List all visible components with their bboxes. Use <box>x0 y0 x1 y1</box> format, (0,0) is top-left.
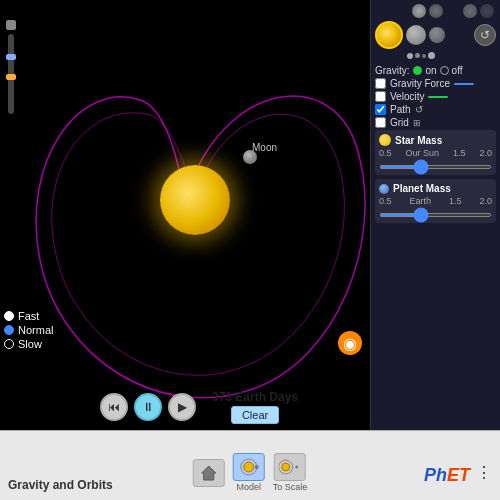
playback-controls: ⏮ ⏸ ▶ <box>100 393 196 421</box>
moon-selector-1[interactable] <box>406 25 426 45</box>
planet-mass-section: Planet Mass 0.5 Earth 1.5 2.0 <box>375 179 496 223</box>
gravity-force-checkbox[interactable] <box>375 78 386 89</box>
body-option-1[interactable] <box>412 4 426 18</box>
model-label: Model <box>236 482 261 492</box>
planet-mass-label: Planet Mass <box>393 183 451 194</box>
zoom-thumb2[interactable] <box>6 74 16 80</box>
grid-icon: ⊞ <box>413 118 421 128</box>
simulation-area: Moon Fast Normal Slow ⏮ ⏸ ▶ 373 Earth Da… <box>0 0 370 430</box>
normal-label: Normal <box>18 324 53 336</box>
star-mass-max2: 2.0 <box>479 148 492 158</box>
scale-label: To Scale <box>273 482 308 492</box>
grid-checkbox[interactable] <box>375 117 386 128</box>
velocity-label: Velocity <box>390 91 424 102</box>
star-mass-slider[interactable] <box>379 165 492 169</box>
scale-icon-box[interactable] <box>274 453 306 481</box>
model-nav-button[interactable]: Model <box>233 453 265 492</box>
normal-speed[interactable]: Normal <box>4 324 53 336</box>
scale-nav-button[interactable]: To Scale <box>273 453 308 492</box>
planet-mass-labels: 0.5 Earth 1.5 2.0 <box>379 196 492 206</box>
planet-mass-max1: 1.5 <box>449 196 462 206</box>
star-mass-label: Star Mass <box>395 135 442 146</box>
velocity-row[interactable]: Velocity <box>375 91 496 102</box>
grid-label: Grid <box>390 117 409 128</box>
body-option-3[interactable] <box>463 4 477 18</box>
gravity-off-label: off <box>452 65 463 76</box>
gravity-on-off[interactable]: on off <box>413 65 462 76</box>
home-icon-box[interactable] <box>193 459 225 487</box>
path-label: Path <box>390 104 411 115</box>
play-button[interactable]: ▶ <box>168 393 196 421</box>
star-mass-mid: Our Sun <box>405 148 439 158</box>
moon-selector-2[interactable] <box>429 27 445 43</box>
planet-mass-max2: 2.0 <box>479 196 492 206</box>
star-mass-labels: 0.5 Our Sun 1.5 2.0 <box>379 148 492 158</box>
phet-logo: PhET <box>424 465 470 486</box>
svg-point-6 <box>296 466 299 469</box>
small-dot-2 <box>415 53 420 58</box>
velocity-checkbox[interactable] <box>375 91 386 102</box>
body-option-2[interactable] <box>429 4 443 18</box>
sun-selector[interactable] <box>375 21 403 49</box>
zoom-thumb[interactable] <box>6 54 16 60</box>
gravity-force-row[interactable]: Gravity Force <box>375 78 496 89</box>
slow-speed[interactable]: Slow <box>4 338 53 350</box>
fast-speed[interactable]: Fast <box>4 310 53 322</box>
zoom-track[interactable] <box>8 34 14 114</box>
reset-button[interactable]: ↺ <box>474 24 496 46</box>
home-icon <box>200 464 218 482</box>
grid-row[interactable]: Grid ⊞ <box>375 117 496 128</box>
phet-ph: Ph <box>424 465 447 485</box>
gravity-on-radio[interactable] <box>413 66 422 75</box>
gravity-row: Gravity: on off <box>375 65 496 76</box>
svg-point-4 <box>282 463 290 471</box>
model-icon-box[interactable] <box>233 453 265 481</box>
measure-button[interactable]: ◉ <box>338 331 362 355</box>
pause-button[interactable]: ⏸ <box>134 393 162 421</box>
path-icon: ↺ <box>415 104 423 115</box>
moon-label: Moon <box>252 142 277 153</box>
home-nav-button[interactable] <box>193 459 225 487</box>
planet-mass-slider[interactable] <box>379 213 492 217</box>
right-panel: ↺ Gravity: on off Gravity Force Velocity <box>370 0 500 430</box>
star-mass-min: 0.5 <box>379 148 392 158</box>
planet-mass-mid: Earth <box>409 196 431 206</box>
small-dot-3 <box>422 54 426 58</box>
rewind-button[interactable]: ⏮ <box>100 393 128 421</box>
slow-radio[interactable] <box>4 339 14 349</box>
fast-radio[interactable] <box>4 311 14 321</box>
menu-button[interactable]: ⋮ <box>476 463 492 482</box>
velocity-indicator <box>428 96 448 98</box>
planet-mass-min: 0.5 <box>379 196 392 206</box>
slow-label: Slow <box>18 338 42 350</box>
body-spacer <box>446 4 460 18</box>
gravity-off-radio[interactable] <box>440 66 449 75</box>
gravity-force-label: Gravity Force <box>390 78 450 89</box>
phet-et: ET <box>447 465 470 485</box>
bottom-nav: Model To Scale <box>193 453 308 492</box>
days-display: 373 Earth Days Clear <box>212 390 298 424</box>
model-icon <box>238 457 260 477</box>
star-mass-section: Star Mass 0.5 Our Sun 1.5 2.0 <box>375 130 496 175</box>
gravity-on-label: on <box>425 65 436 76</box>
svg-point-1 <box>244 462 254 472</box>
gravity-label: Gravity: <box>375 65 409 76</box>
body-option-4[interactable] <box>480 4 494 18</box>
path-row[interactable]: Path ↺ <box>375 104 496 115</box>
sun-body[interactable] <box>160 165 230 235</box>
zoom-slider[interactable] <box>6 20 16 114</box>
planet-mass-title: Planet Mass <box>379 183 492 194</box>
planet-icon <box>379 184 389 194</box>
star-icon <box>379 134 391 146</box>
small-dot-4 <box>428 52 435 59</box>
normal-radio[interactable] <box>4 325 14 335</box>
path-checkbox[interactable] <box>375 104 386 115</box>
days-text: 373 Earth Days <box>212 390 298 404</box>
scale-icon <box>279 457 301 477</box>
star-mass-max1: 1.5 <box>453 148 466 158</box>
gravity-force-indicator <box>454 83 474 85</box>
speed-controls: Fast Normal Slow <box>4 310 53 350</box>
svg-point-3 <box>255 465 259 469</box>
clear-button[interactable]: Clear <box>231 406 279 424</box>
app-title: Gravity and Orbits <box>8 478 113 492</box>
